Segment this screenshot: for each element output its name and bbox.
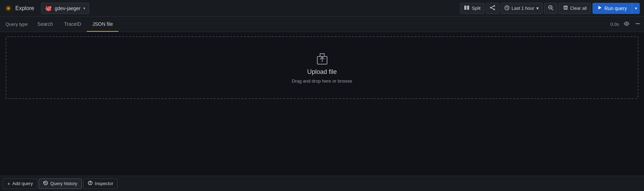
run-query-label: Run query (604, 6, 627, 11)
svg-point-6 (490, 7, 491, 8)
svg-point-5 (494, 5, 495, 7)
minus-icon (635, 21, 641, 28)
tab-traceid[interactable]: TraceID (59, 17, 87, 32)
time-picker-chevron-icon: ▾ (536, 6, 539, 11)
tab-search[interactable]: Search (32, 17, 59, 32)
run-query-group: Run query ▾ (592, 3, 640, 14)
upload-title: Upload file (307, 68, 337, 76)
add-query-button[interactable]: + Add query (3, 178, 37, 189)
run-query-button[interactable]: Run query (592, 3, 632, 14)
split-button[interactable]: Split (460, 3, 484, 14)
datasource-icon: 🐙 (45, 5, 52, 12)
split-icon (464, 5, 470, 12)
query-time-value: 0.0s (610, 22, 622, 27)
svg-rect-19 (636, 23, 640, 24)
toolbar-icons (622, 20, 643, 29)
history-icon (43, 181, 48, 186)
topbar-left: Explore 🐙 gdev-jaeger ▾ (4, 3, 89, 14)
inspector-button[interactable]: Inspector (83, 178, 118, 189)
topbar: Explore 🐙 gdev-jaeger ▾ Split (0, 0, 644, 17)
svg-marker-17 (598, 6, 602, 9)
plus-icon: + (7, 181, 10, 186)
upload-subtitle: Drag and drop here or browse (292, 78, 352, 84)
upload-drop-zone[interactable]: Upload file Drag and drop here or browse (6, 36, 638, 99)
query-editor-area: Upload file Drag and drop here or browse (0, 32, 644, 103)
clear-all-button[interactable]: Clear all (559, 3, 591, 14)
svg-point-18 (626, 23, 627, 24)
clock-icon (504, 5, 510, 12)
inspector-icon (88, 181, 93, 186)
eye-icon (624, 21, 629, 28)
query-history-label: Query history (50, 181, 77, 186)
share-icon (490, 5, 495, 12)
datasource-name: gdev-jaeger (55, 6, 80, 11)
svg-point-25 (90, 182, 90, 182)
datasource-chevron-icon: ▾ (83, 6, 85, 11)
svg-point-2 (8, 8, 9, 9)
svg-line-9 (491, 8, 494, 9)
split-label: Split (472, 6, 480, 11)
time-range-label: Last 1 hour (512, 6, 534, 11)
run-query-dropdown-button[interactable]: ▾ (632, 3, 640, 14)
grafana-logo-icon (4, 4, 13, 13)
eye-button[interactable] (622, 20, 631, 29)
zoom-out-icon (548, 5, 553, 12)
svg-rect-14 (564, 6, 567, 9)
query-history-button[interactable]: Query history (39, 178, 82, 189)
svg-line-12 (552, 9, 553, 10)
datasource-selector[interactable]: 🐙 gdev-jaeger ▾ (41, 3, 89, 14)
run-query-chevron-icon: ▾ (635, 6, 637, 11)
add-query-label: Add query (12, 181, 33, 186)
play-icon (597, 5, 602, 11)
query-type-label: Query type (1, 22, 32, 27)
upload-icon-wrap: Upload file Drag and drop here or browse (292, 52, 352, 84)
clear-all-label: Clear all (570, 6, 587, 11)
collapse-button[interactable] (633, 20, 643, 29)
svg-rect-3 (464, 6, 466, 10)
svg-line-8 (491, 6, 494, 7)
inspector-label: Inspector (95, 181, 113, 186)
bottom-bar: + Add query Query history Inspector (0, 176, 644, 191)
topbar-right: Split Last 1 hour ▾ (460, 3, 640, 14)
zoom-out-button[interactable] (544, 3, 557, 14)
explore-label: Explore (15, 5, 34, 12)
query-tabs-bar: Query type Search TraceID JSON file 0.0s (0, 17, 644, 32)
time-range-picker[interactable]: Last 1 hour ▾ (501, 3, 543, 14)
svg-point-7 (494, 9, 495, 10)
svg-rect-4 (467, 6, 469, 10)
tab-json-file[interactable]: JSON file (87, 17, 118, 32)
share-button[interactable] (486, 3, 499, 14)
trash-icon (563, 5, 568, 11)
